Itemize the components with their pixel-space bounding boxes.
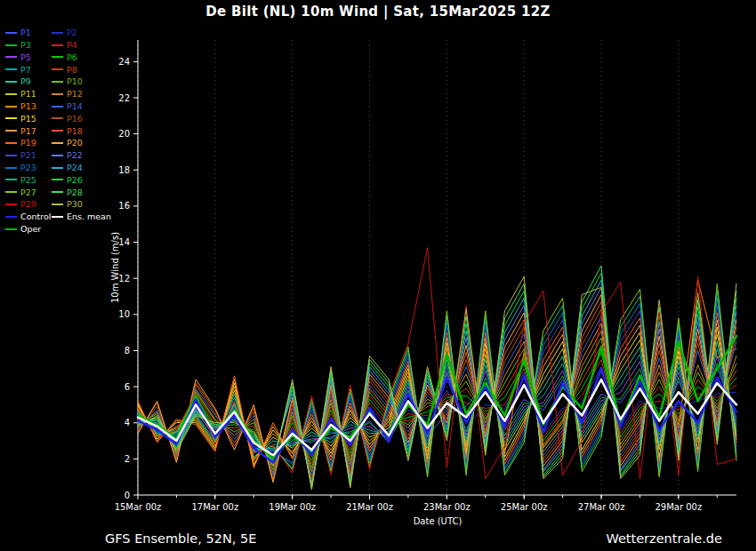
- y-tick-label: 22: [118, 93, 130, 103]
- wind-ensemble-chart: 15Mar 00z17Mar 00z19Mar 00z21Mar 00z23Ma…: [0, 0, 756, 551]
- y-tick-label: 2: [125, 454, 130, 464]
- plot-area: 15Mar 00z17Mar 00z19Mar 00z21Mar 00z23Ma…: [115, 40, 736, 512]
- y-tick-label: 6: [125, 382, 130, 392]
- footer-model-label: GFS Ensemble, 52N, 5E: [105, 531, 256, 546]
- y-tick-label: 16: [118, 201, 130, 211]
- y-tick-label: 12: [118, 274, 130, 283]
- x-tick-label: 15Mar 00z: [115, 502, 162, 512]
- x-tick-label: 29Mar 00z: [655, 502, 702, 512]
- x-tick-label: 27Mar 00z: [578, 502, 625, 512]
- x-tick-label: 21Mar 00z: [346, 502, 393, 512]
- y-tick-label: 14: [118, 237, 130, 247]
- y-tick-label: 10: [118, 309, 130, 319]
- x-tick-label: 19Mar 00z: [269, 502, 316, 512]
- y-axis-title: 10m Wind (m/s): [110, 232, 120, 303]
- y-tick-label: 0: [125, 491, 130, 500]
- y-tick-label: 18: [118, 165, 130, 175]
- y-tick-label: 20: [118, 129, 130, 139]
- y-tick-label: 24: [118, 57, 130, 67]
- x-tick-label: 25Mar 00z: [501, 502, 548, 512]
- footer-site-label: Wetterzentrale.de: [606, 531, 722, 546]
- x-axis-title: Date (UTC): [414, 516, 462, 526]
- y-tick-label: 4: [125, 418, 130, 427]
- x-tick-label: 23Mar 00z: [423, 502, 470, 512]
- y-tick-label: 8: [125, 346, 130, 355]
- x-tick-label: 17Mar 00z: [191, 502, 238, 512]
